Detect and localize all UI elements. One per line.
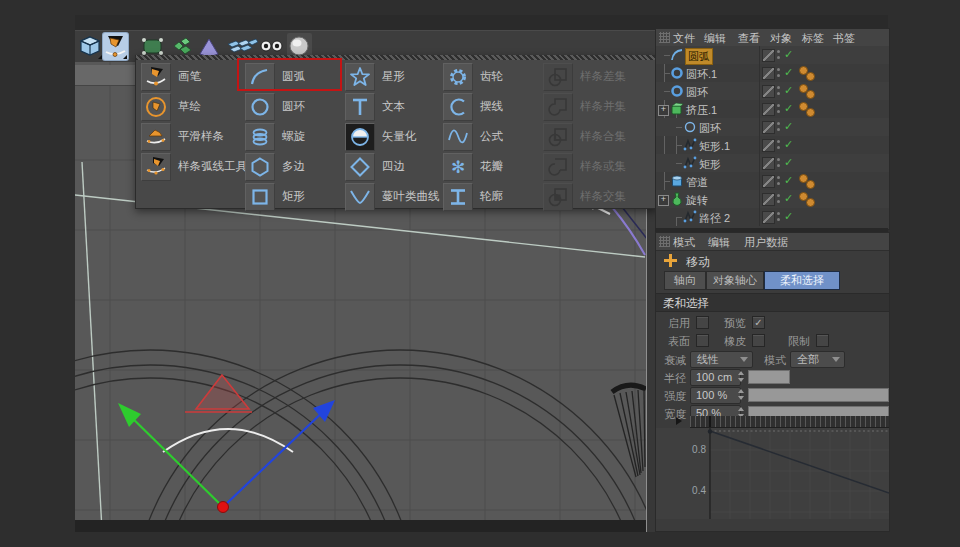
enable-label: 启用	[656, 316, 690, 331]
expander-icon[interactable]: +	[658, 105, 669, 116]
object-row-extrude[interactable]: + 挤压.1 ✓	[656, 100, 889, 118]
falloff-dropdown[interactable]: 线性	[690, 351, 753, 368]
menu-bookmarks[interactable]: 书签	[833, 31, 855, 46]
strength-stepper[interactable]	[737, 387, 746, 402]
visibility-dot[interactable]	[806, 108, 815, 117]
menu-item-pen[interactable]: 画笔	[136, 61, 240, 91]
menu-user-data[interactable]: 用户数据	[744, 235, 788, 250]
mode-dropdown[interactable]: 全部	[790, 351, 845, 368]
rotation-handle[interactable]	[185, 375, 252, 412]
graph-expander-icon[interactable]	[676, 417, 682, 425]
expander-icon[interactable]: +	[658, 195, 669, 206]
menu-item-spline-arc-tool[interactable]: 样条弧线工具	[136, 151, 240, 181]
graph-ruler[interactable]	[690, 416, 889, 428]
panel-splitter[interactable]	[655, 228, 888, 232]
menu-mode[interactable]: 模式	[673, 235, 695, 250]
enable-checkbox[interactable]	[696, 316, 709, 329]
layer-swatch[interactable]	[762, 49, 775, 62]
visibility-dot[interactable]	[806, 90, 815, 99]
radius-stepper[interactable]	[737, 369, 746, 384]
menu-grip-texture[interactable]	[136, 55, 656, 60]
radius-slider[interactable]	[748, 370, 790, 384]
preview-checkbox[interactable]: ✓	[752, 316, 765, 329]
layer-swatch[interactable]	[762, 139, 775, 152]
object-label: 路径 2	[699, 211, 730, 226]
enabled-check-icon[interactable]: ✓	[784, 48, 793, 61]
visibility-dot[interactable]	[806, 198, 815, 207]
strength-field[interactable]: 100 %	[690, 387, 741, 404]
object-row-child-circle[interactable]: 圆环 ✓	[656, 118, 889, 136]
visibility-dot[interactable]	[806, 72, 815, 81]
mode-value: 全部	[797, 353, 819, 365]
menu-item-helix[interactable]: 螺旋	[240, 121, 340, 151]
falloff-curve-graph[interactable]: 0.8 0.4	[656, 428, 889, 519]
soft-selection-section[interactable]: 柔和选择	[656, 293, 889, 312]
layer-swatch[interactable]	[762, 121, 775, 134]
menu-item-circle[interactable]: 圆环	[240, 91, 340, 121]
enabled-check-icon[interactable]: ✓	[784, 120, 793, 133]
object-label: 挤压.1	[686, 103, 717, 118]
layer-swatch[interactable]	[762, 157, 775, 170]
cube-tool-icon[interactable]	[78, 33, 103, 60]
cogwheel-icon	[443, 63, 473, 91]
layer-swatch[interactable]	[762, 211, 775, 224]
layer-swatch[interactable]	[762, 103, 775, 116]
axis-gizmo[interactable]	[118, 400, 335, 513]
menu-item-n-side[interactable]: 多边	[240, 151, 340, 181]
menu-item-smooth-spline[interactable]: 平滑样条	[136, 121, 240, 151]
enabled-check-icon[interactable]: ✓	[784, 210, 793, 223]
enabled-check-icon[interactable]: ✓	[784, 84, 793, 97]
menu-item-cycloid[interactable]: 摆线	[438, 91, 538, 121]
menu-file[interactable]: 文件	[673, 31, 695, 46]
menu-edit[interactable]: 编辑	[708, 235, 730, 250]
menu-item-formula[interactable]: 公式	[438, 121, 538, 151]
visibility-dot[interactable]	[806, 180, 815, 189]
menu-item-cissoid[interactable]: 蔓叶类曲线	[340, 181, 438, 211]
strength-slider[interactable]	[748, 388, 889, 402]
menu-item-text[interactable]: 文本	[340, 91, 438, 121]
menu-item-rectangle[interactable]: 矩形	[240, 181, 340, 211]
enabled-check-icon[interactable]: ✓	[784, 156, 793, 169]
object-row-rect[interactable]: 矩形 ✓	[656, 154, 889, 172]
object-label: 矩形.1	[699, 139, 730, 154]
object-row-path2[interactable]: 路径 2 ✓	[656, 208, 889, 226]
enabled-check-icon[interactable]: ✓	[784, 138, 793, 151]
layer-swatch[interactable]	[762, 193, 775, 206]
layer-swatch[interactable]	[762, 85, 775, 98]
enabled-check-icon[interactable]: ✓	[784, 102, 793, 115]
menu-view[interactable]: 查看	[738, 31, 760, 46]
viewport-bottom-bar	[75, 520, 646, 532]
menu-item-sketch[interactable]: 草绘	[136, 91, 240, 121]
menu-item-profile[interactable]: 轮廓	[438, 181, 538, 211]
radius-field[interactable]: 100 cm	[690, 369, 741, 386]
rubber-checkbox[interactable]	[752, 334, 765, 347]
layer-swatch[interactable]	[762, 175, 775, 188]
enabled-check-icon[interactable]: ✓	[784, 174, 793, 187]
surface-checkbox[interactable]	[696, 334, 709, 347]
object-row-arc[interactable]: 圆弧 ✓	[656, 46, 889, 64]
object-row-tube[interactable]: 管道 ✓	[656, 172, 889, 190]
menu-item-vectorizer[interactable]: 矢量化	[340, 121, 438, 151]
panel-grip-icon[interactable]	[659, 32, 670, 43]
menu-item-cogwheel[interactable]: 齿轮	[438, 61, 538, 91]
object-row-circle[interactable]: 圆环 ✓	[656, 82, 889, 100]
limit-checkbox[interactable]	[816, 334, 829, 347]
menu-item-star[interactable]: 星形	[340, 61, 438, 91]
object-row-circle1[interactable]: 圆环.1 ✓	[656, 64, 889, 82]
tab-object-axis[interactable]: 对象轴心	[706, 271, 764, 290]
menu-tags[interactable]: 标签	[802, 31, 824, 46]
menu-item-flower[interactable]: ✻ 花瓣	[438, 151, 538, 181]
menu-edit[interactable]: 编辑	[704, 31, 726, 46]
tab-soft-selection[interactable]: 柔和选择	[764, 271, 840, 290]
enabled-check-icon[interactable]: ✓	[784, 192, 793, 205]
object-row-lathe[interactable]: + 旋转 ✓	[656, 190, 889, 208]
layer-swatch[interactable]	[762, 67, 775, 80]
enabled-check-icon[interactable]: ✓	[784, 66, 793, 79]
menu-object[interactable]: 对象	[770, 31, 792, 46]
panel-grip-icon[interactable]	[659, 236, 670, 247]
tab-axis[interactable]: 轴向	[664, 271, 706, 290]
y-tick-0.4: 0.4	[690, 485, 706, 496]
object-row-rect1[interactable]: 矩形.1 ✓	[656, 136, 889, 154]
spline-pen-tool-icon[interactable]	[103, 33, 128, 60]
menu-item-four-side[interactable]: 四边	[340, 151, 438, 181]
